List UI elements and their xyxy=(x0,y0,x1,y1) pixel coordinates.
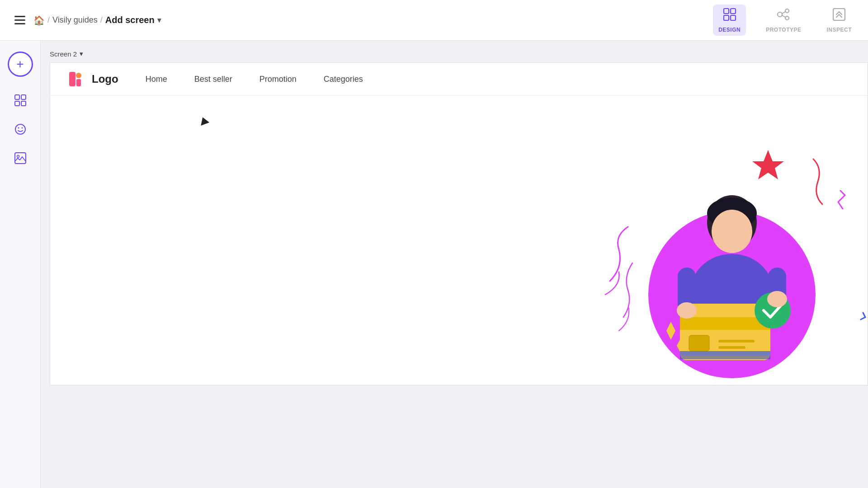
svg-rect-33 xyxy=(718,340,755,343)
header-toolbar: DESIGN PROTOTYPE xyxy=(713,5,857,36)
design-label: DESIGN xyxy=(718,27,741,33)
svg-rect-0 xyxy=(724,9,729,14)
home-icon[interactable]: 🏠 xyxy=(33,15,45,26)
prototype-label: PROTOTYPE xyxy=(766,27,801,33)
main-canvas-area: Screen 2 ▾ Logo xyxy=(41,41,868,488)
toolbar-design[interactable]: DESIGN xyxy=(713,5,746,36)
svg-point-4 xyxy=(778,12,782,17)
logo-area: Logo xyxy=(68,71,118,87)
screen-label-text: Screen 2 xyxy=(50,50,77,58)
logo-text: Logo xyxy=(92,73,118,85)
header: 🏠 / Visily guides / Add screen ▾ DESIGN xyxy=(0,0,868,41)
svg-point-39 xyxy=(767,291,787,307)
sidebar: + xyxy=(0,41,41,488)
toolbar-inspect[interactable]: INSPECT xyxy=(821,5,857,36)
svg-rect-10 xyxy=(15,101,19,106)
breadcrumb: 🏠 / Visily guides / Add screen ▾ xyxy=(33,15,161,26)
breadcrumb-chevron-icon[interactable]: ▾ xyxy=(157,16,161,24)
inspect-icon xyxy=(832,7,846,25)
plus-icon: + xyxy=(16,58,24,70)
svg-point-5 xyxy=(785,9,789,13)
svg-rect-36 xyxy=(680,356,770,359)
svg-rect-35 xyxy=(680,351,770,356)
nav-link-promotion[interactable]: Promotion xyxy=(259,75,297,84)
breadcrumb-sep-1: / xyxy=(47,15,50,25)
canvas-nav-links: Home Best seller Promotion Categories xyxy=(146,75,363,84)
svg-marker-21 xyxy=(752,150,784,179)
prototype-icon xyxy=(776,7,791,25)
svg-rect-1 xyxy=(731,9,736,14)
nav-link-home[interactable]: Home xyxy=(146,75,167,84)
nav-link-bestseller[interactable]: Best seller xyxy=(194,75,232,84)
svg-rect-15 xyxy=(15,153,26,164)
breadcrumb-current-label: Add screen xyxy=(105,15,155,25)
svg-rect-3 xyxy=(731,15,736,20)
design-icon xyxy=(722,7,737,25)
assets-tool-button[interactable] xyxy=(8,145,33,171)
svg-rect-17 xyxy=(69,72,75,86)
svg-rect-9 xyxy=(21,95,26,99)
canvas-content xyxy=(50,96,868,385)
breadcrumb-parent[interactable]: Visily guides xyxy=(52,15,98,25)
svg-point-13 xyxy=(18,127,19,129)
sidebar-tools xyxy=(8,88,33,171)
canvas-navbar: Logo Home Best seller Promotion Categori… xyxy=(50,63,868,96)
svg-point-38 xyxy=(677,302,697,319)
add-element-button[interactable]: + xyxy=(8,52,33,77)
svg-rect-2 xyxy=(724,15,729,20)
svg-point-19 xyxy=(76,73,81,78)
canvas-frame: Logo Home Best seller Promotion Categori… xyxy=(50,62,868,385)
breadcrumb-sep-2: / xyxy=(100,15,103,25)
hamburger-menu-button[interactable] xyxy=(11,12,29,28)
svg-rect-34 xyxy=(718,346,745,349)
svg-rect-32 xyxy=(689,335,709,351)
svg-point-12 xyxy=(15,124,25,134)
svg-point-26 xyxy=(712,210,752,253)
promotion-illustration xyxy=(596,123,868,385)
svg-rect-11 xyxy=(21,101,26,106)
nav-link-categories[interactable]: Categories xyxy=(324,75,363,84)
svg-rect-8 xyxy=(15,95,19,99)
breadcrumb-current: Add screen ▾ xyxy=(105,15,161,25)
svg-point-14 xyxy=(21,127,23,129)
svg-rect-18 xyxy=(76,79,81,86)
svg-point-16 xyxy=(17,155,19,158)
toolbar-prototype[interactable]: PROTOTYPE xyxy=(760,5,807,36)
screen-label-chevron-icon: ▾ xyxy=(80,50,83,58)
components-tool-button[interactable] xyxy=(8,88,33,113)
inspect-label: INSPECT xyxy=(826,27,852,33)
emoji-tool-button[interactable] xyxy=(8,117,33,142)
header-left: 🏠 / Visily guides / Add screen ▾ xyxy=(11,12,161,28)
logo-icon xyxy=(68,71,87,87)
screen-label-container[interactable]: Screen 2 ▾ xyxy=(50,50,868,58)
svg-point-6 xyxy=(785,16,789,20)
